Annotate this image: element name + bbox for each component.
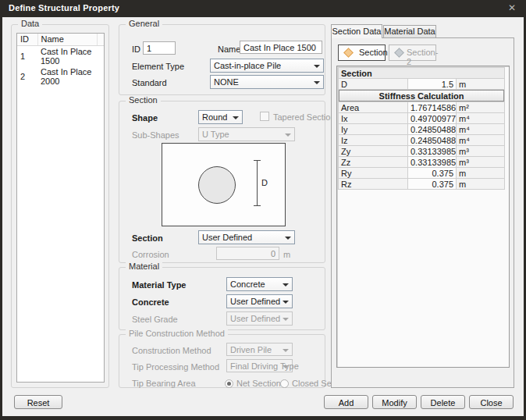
stiffness-calculation-button[interactable]: Stiffness Calculation [339,90,504,101]
chevron-down-icon [283,349,289,352]
chevron-down-icon [283,318,289,321]
table-row: Ix 0.4970097752 m⁴ [339,113,505,124]
d-value-cell[interactable]: 1.5 [408,79,457,90]
list-header-name: Name [37,34,98,45]
table-row: Rz 0.375 m [339,179,505,190]
table-row: Iy 0.2485048876 m⁴ [339,124,505,135]
table-group-header: Section [339,68,505,79]
tab-section-data[interactable]: Section Data [331,24,382,38]
delete-button[interactable]: Delete [421,395,465,409]
material-type-label: Material Type [132,280,187,290]
diamond-icon [394,48,404,58]
name-input[interactable] [240,41,322,54]
chevron-down-icon [283,365,289,368]
diameter-label: D [261,178,268,187]
section-db-label: Section [132,233,163,243]
chevron-down-icon [233,116,239,119]
standard-select[interactable]: NONE [210,75,324,89]
section-2-button: Section-2 [389,44,436,61]
net-section-label: Net Section [236,379,281,388]
list-item[interactable]: 2 Cast In Place 2000 [17,66,104,87]
construction-method-label: Construction Method [132,346,211,355]
tapered-section-checkbox [260,112,269,121]
steel-grade-label: Steel Grade [132,315,178,324]
property-list[interactable]: ID Name 1 Cast In Place 1500 [16,33,105,383]
stiffness-calculation-row: Stiffness Calculation [339,90,505,102]
sub-shapes-select: U Type [198,127,295,141]
tab-material-data[interactable]: Material Data [383,25,436,38]
shape-select[interactable]: Round [198,110,243,124]
tapered-section-label: Tapered Section [273,112,336,122]
define-structural-property-dialog: Define Structural Property ✕ Data ID Nam… [0,0,526,420]
shape-label: Shape [132,113,158,123]
titlebar: Define Structural Property ✕ [2,0,524,17]
add-button[interactable]: Add [324,395,368,409]
section-data-tabpage: Section Section-2 Section D 1.5 [331,37,514,388]
tip-bearing-label: Tip Bearing Area [132,379,196,388]
tip-processing-label: Tip Processing Method [132,362,219,372]
list-header-id: ID [17,34,37,45]
table-group-header-row: Section [339,68,505,79]
data-group: Data ID Name 1 Cast In [11,24,109,388]
concrete-label: Concrete [132,297,169,307]
list-header: ID Name [17,34,104,45]
element-type-select[interactable]: Cast-in-place Pile [210,59,324,73]
chevron-down-icon [283,301,289,304]
close-icon[interactable]: ✕ [508,2,516,13]
table-row: Ry 0.375 m [339,168,505,179]
corrosion-label: Corrosion [132,250,169,259]
table-row: Iz 0.2485048876 m⁴ [339,135,505,146]
construction-method-select: Driven Pile [226,343,293,356]
chevron-down-icon [283,283,289,287]
section-group-label: Section [126,95,161,105]
material-group: Material Material Type Concrete Concrete… [119,267,325,330]
closed-section-radio [280,379,289,388]
sub-shapes-label: Sub-Shapes [132,130,179,140]
table-row-d: D 1.5 m [339,79,505,90]
pile-group-label: Pile Construction Method [126,329,228,338]
data-group-label: Data [18,19,42,28]
general-group: General ID Name Element Type Cast-in-pla… [119,24,325,95]
section-diagram: D [162,143,286,226]
general-group-label: General [126,19,162,28]
concrete-select[interactable]: User Defined [226,294,293,308]
dialog-body: Data ID Name 1 Cast In [2,17,524,416]
material-group-label: Material [126,262,162,271]
close-button[interactable]: Close [469,395,514,409]
pile-construction-group: Pile Construction Method Construction Me… [119,334,325,388]
table-row: Area 1.7671458676 m² [339,102,505,113]
chevron-down-icon [314,65,320,68]
material-type-select[interactable]: Concrete [226,277,293,291]
steel-grade-select: User Defined [226,311,293,326]
name-label: Name [218,44,240,54]
tip-processing-select: Final Driving Type [226,359,293,372]
table-row: Zz 0.3313398501 m³ [339,157,505,168]
id-label: ID [132,44,140,54]
corrosion-unit: m [283,250,290,259]
dimension-line [257,160,258,206]
net-section-radio [225,379,233,388]
standard-label: Standard [132,78,167,87]
id-input[interactable] [143,41,176,55]
diamond-icon [343,48,354,58]
section-group: Section Shape Round Tapered Section Sub-… [119,101,325,263]
section-button[interactable]: Section [338,44,386,61]
element-type-label: Element Type [132,62,184,71]
modify-button[interactable]: Modify [372,395,417,409]
section-db-select[interactable]: User Defined [198,230,295,244]
corrosion-input [216,247,279,260]
chevron-down-icon [285,133,291,137]
circle-section-shape [198,166,236,204]
chevron-down-icon [314,81,320,84]
reset-button[interactable]: Reset [14,395,62,409]
chevron-down-icon [285,237,291,240]
section-property-table: Section D 1.5 m Stiffness Calculation [336,66,510,368]
table-row: Zy 0.3313398501 m³ [339,146,505,157]
list-item[interactable]: 1 Cast In Place 1500 [17,45,104,66]
window-title: Define Structural Property [9,3,119,12]
